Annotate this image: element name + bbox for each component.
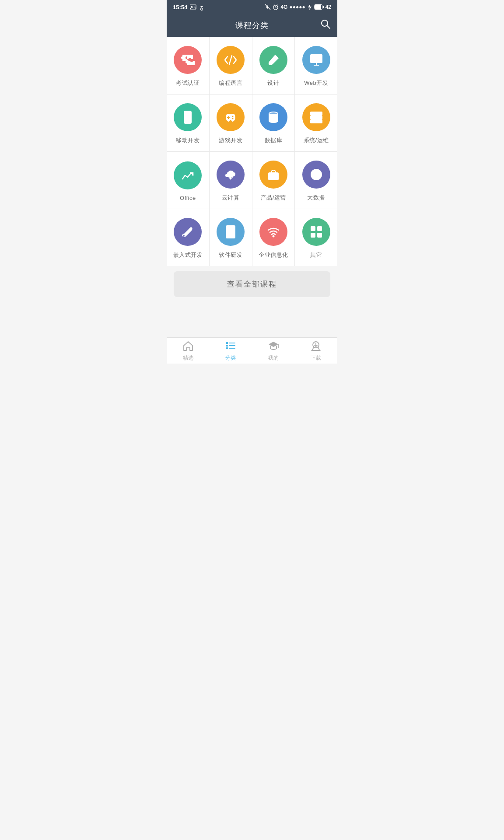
category-item-cloud[interactable]: 云计算 <box>210 152 252 209</box>
svg-line-14 <box>229 56 232 64</box>
software-label: 软件研发 <box>219 251 242 259</box>
svg-line-8 <box>277 5 278 6</box>
svg-point-34 <box>318 117 319 118</box>
game-icon <box>217 103 245 131</box>
status-bar: 15:54 4G ●●●●● 42 <box>167 0 337 14</box>
embedded-label: 嵌入式开发 <box>173 251 203 259</box>
lightning-icon <box>307 4 312 10</box>
svg-point-2 <box>201 8 203 10</box>
svg-point-35 <box>320 117 321 118</box>
view-all-button[interactable]: 查看全部课程 <box>174 271 330 297</box>
search-icon <box>321 19 330 29</box>
svg-line-7 <box>273 5 274 6</box>
category-item-enterprise[interactable]: 企业信息化 <box>252 209 295 266</box>
category-item-other[interactable]: 其它 <box>295 209 337 266</box>
software-icon <box>217 218 245 246</box>
mobile-label: 移动开发 <box>176 136 200 144</box>
enterprise-icon <box>259 218 287 246</box>
category-item-web[interactable]: Web开发 <box>295 37 337 94</box>
svg-rect-50 <box>317 226 322 231</box>
spacer <box>167 302 337 337</box>
svg-rect-51 <box>311 233 315 238</box>
category-item-sysops[interactable]: 系统/运维 <box>295 94 337 151</box>
network-type: 4G <box>280 4 287 10</box>
mine-nav-label: 我的 <box>268 354 279 362</box>
product-icon <box>259 161 287 189</box>
web-label: Web开发 <box>304 79 328 87</box>
database-icon <box>259 103 287 131</box>
category-item-programming[interactable]: 编程语言 <box>210 37 252 94</box>
svg-line-13 <box>327 26 330 29</box>
svg-point-32 <box>318 113 319 114</box>
category-item-bigdata[interactable]: 大数据 <box>295 152 337 209</box>
home-nav-icon <box>182 340 194 353</box>
nav-item-mine[interactable]: 我的 <box>252 338 295 364</box>
svg-rect-52 <box>317 233 322 238</box>
svg-point-45 <box>183 235 185 237</box>
category-nav-icon <box>225 340 236 353</box>
category-item-office[interactable]: Office <box>167 152 209 209</box>
status-left: 15:54 <box>173 4 204 10</box>
svg-marker-9 <box>308 4 312 10</box>
search-button[interactable] <box>321 19 330 32</box>
bottom-nav: 精选分类我的下载 <box>167 337 337 364</box>
category-item-design[interactable]: 设计 <box>252 37 295 94</box>
exam-icon <box>174 46 202 74</box>
cloud-icon <box>217 161 245 189</box>
embedded-icon <box>174 218 202 246</box>
category-item-product[interactable]: 产品/运营 <box>252 152 295 209</box>
design-icon <box>259 46 287 74</box>
image-icon <box>190 4 197 10</box>
battery-percent: 42 <box>326 4 331 10</box>
svg-point-36 <box>318 121 319 122</box>
programming-icon <box>217 46 245 74</box>
svg-point-27 <box>232 118 234 119</box>
nav-item-category[interactable]: 分类 <box>210 338 252 364</box>
category-grid: 考试认证编程语言设计Web开发移动开发游戏开发数据库系统/运维Office云计算… <box>167 37 337 266</box>
design-label: 设计 <box>267 79 279 87</box>
category-nav-label: 分类 <box>225 354 236 362</box>
svg-rect-53 <box>226 342 228 344</box>
exam-label: 考试认证 <box>176 79 200 87</box>
sysops-icon <box>302 103 330 131</box>
svg-rect-11 <box>315 5 321 9</box>
mobile-icon <box>174 103 202 131</box>
category-item-exam[interactable]: 考试认证 <box>167 37 209 94</box>
header-title: 课程分类 <box>235 20 269 31</box>
download-nav-label: 下载 <box>311 354 321 362</box>
category-item-game[interactable]: 游戏开发 <box>210 94 252 151</box>
category-item-embedded[interactable]: 嵌入式开发 <box>167 209 209 266</box>
signal-dots: ●●●●● <box>289 4 305 10</box>
category-item-mobile[interactable]: 移动开发 <box>167 94 209 151</box>
battery-icon <box>314 4 324 10</box>
nav-item-download[interactable]: 下载 <box>295 338 338 364</box>
cloud-label: 云计算 <box>222 194 240 202</box>
database-label: 数据库 <box>265 136 283 144</box>
web-icon <box>302 46 330 74</box>
other-icon <box>302 218 330 246</box>
svg-point-37 <box>320 121 321 122</box>
category-item-software[interactable]: 软件研发 <box>210 209 252 266</box>
category-item-database[interactable]: 数据库 <box>252 94 295 151</box>
sysops-label: 系统/运维 <box>304 136 329 144</box>
svg-point-39 <box>273 175 274 176</box>
svg-point-26 <box>232 116 234 117</box>
programming-label: 编程语言 <box>219 79 242 87</box>
svg-rect-55 <box>226 347 228 349</box>
svg-rect-49 <box>311 226 315 231</box>
office-label: Office <box>180 195 196 201</box>
svg-point-48 <box>272 235 274 238</box>
office-icon <box>174 161 202 189</box>
svg-rect-54 <box>226 345 228 346</box>
header: 课程分类 <box>167 14 337 37</box>
bigdata-icon <box>302 161 330 189</box>
time: 15:54 <box>173 4 187 10</box>
home-nav-label: 精选 <box>183 354 193 362</box>
status-right: 4G ●●●●● 42 <box>265 4 331 10</box>
mine-nav-icon <box>268 340 279 353</box>
product-label: 产品/运营 <box>261 194 286 202</box>
enterprise-label: 企业信息化 <box>259 251 288 259</box>
alarm-icon <box>273 4 279 10</box>
svg-point-15 <box>269 62 271 65</box>
nav-item-home[interactable]: 精选 <box>167 338 210 364</box>
